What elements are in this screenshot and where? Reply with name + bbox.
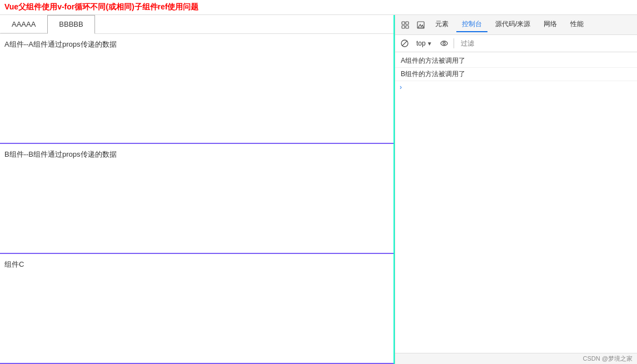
clear-console-icon[interactable] [399,37,411,49]
main-layout: AAAAA BBBBB A组件--A组件通过props传递的数据 B组件--B组… [0,15,637,364]
console-output: A组件的方法被调用了 B组件的方法被调用了 › [395,52,637,353]
element-picker-icon[interactable] [414,18,427,32]
inspect-cursor-icon[interactable] [399,18,412,32]
devtools-tab-console[interactable]: 控制台 [456,17,487,32]
component-b-box: B组件--B组件通过props传递的数据 [0,144,394,254]
devtools-tab-network[interactable]: 网络 [538,17,563,32]
svg-point-7 [441,41,447,46]
devtools-tab-elements[interactable]: 元素 [430,17,454,32]
devtools-tab-sources[interactable]: 源代码/来源 [490,17,536,32]
tab-bbbbb[interactable]: BBBBB [47,15,94,34]
dropdown-arrow-icon: ▼ [427,41,432,47]
title-bar: Vue父组件使用v-for循环不同(或相同)子组件ref使用问题 [0,0,637,15]
tab-bar: AAAAA BBBBB [0,15,394,34]
content-area: A组件--A组件通过props传递的数据 B组件--B组件通过props传递的数… [0,34,394,364]
component-b-text: B组件--B组件通过props传递的数据 [4,150,117,158]
filter-input[interactable] [457,38,634,48]
component-c-text: 组件C [4,260,24,268]
context-dropdown[interactable]: top ▼ [413,38,436,48]
devtools-tab-performance[interactable]: 性能 [565,17,589,32]
svg-rect-0 [402,22,405,24]
tab-aaaaa[interactable]: AAAAA [0,15,47,33]
component-a-box: A组件--A组件通过props传递的数据 [0,34,394,144]
svg-rect-1 [406,22,409,24]
console-line: A组件的方法被调用了 [395,54,637,68]
component-c-box: 组件C [0,254,394,364]
console-prompt[interactable]: › [395,81,637,93]
toolbar-divider [454,38,454,48]
devtools-topbar: 元素 控制台 源代码/来源 网络 性能 [395,15,637,35]
status-bar: CSDN @梦境之家 [395,353,637,364]
console-line: B组件的方法被调用了 [395,68,637,81]
left-panel: AAAAA BBBBB A组件--A组件通过props传递的数据 B组件--B组… [0,15,395,364]
component-a-text: A组件--A组件通过props传递的数据 [4,40,117,48]
svg-point-8 [443,42,445,44]
svg-rect-2 [402,26,405,28]
devtools-panel: 元素 控制台 源代码/来源 网络 性能 [395,15,637,364]
svg-line-6 [402,41,407,46]
page-title: Vue父组件使用v-for循环不同(或相同)子组件ref使用问题 [4,2,199,11]
eye-icon[interactable] [438,37,450,49]
devtools-toolbar: top ▼ [395,35,637,52]
svg-rect-3 [406,26,409,28]
